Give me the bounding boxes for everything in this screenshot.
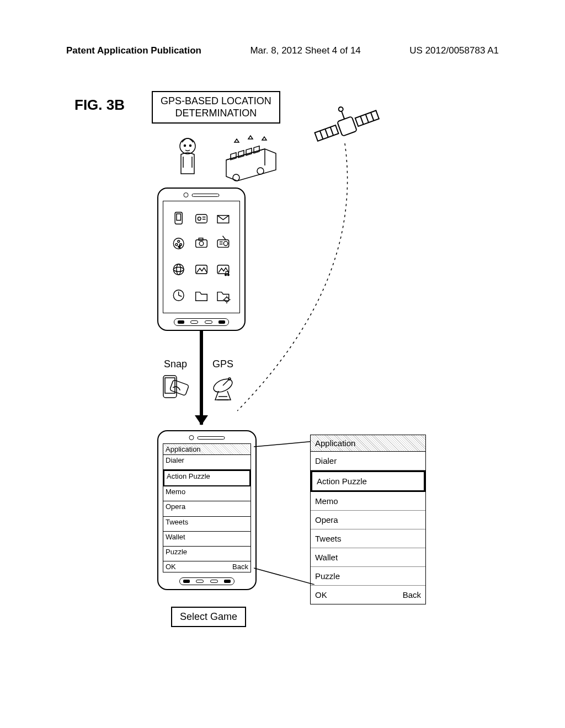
header-date-sheet: Mar. 8, 2012 Sheet 4 of 14: [250, 45, 360, 56]
phone-home-screen: [157, 188, 246, 331]
app-list-item[interactable]: Tweets: [163, 517, 250, 532]
phone-screen-app-list: Application Dialer Action Puzzle Memo Op…: [163, 443, 251, 572]
app-list-item[interactable]: Opera: [163, 501, 250, 516]
gps-label: GPS: [212, 358, 233, 370]
back-button[interactable]: Back: [403, 590, 421, 599]
svg-point-32: [199, 242, 204, 246]
flow-arrow-down: [200, 331, 203, 425]
app-list-item[interactable]: Puzzle: [311, 567, 425, 586]
diagram-title: GPS-BASED LOCATION DETERMINATION: [152, 91, 280, 124]
ok-button[interactable]: OK: [166, 563, 176, 571]
app-list-item[interactable]: Opera: [311, 511, 425, 529]
svg-point-10: [338, 106, 344, 112]
app-list-item[interactable]: Wallet: [311, 548, 425, 567]
phone-app-icon[interactable]: [175, 212, 182, 224]
app-list-item[interactable]: Dialer: [311, 452, 425, 470]
app-list-item-selected[interactable]: Action Puzzle: [163, 470, 250, 486]
gallery-app-icon[interactable]: [196, 265, 207, 274]
phone-app-list-screen: Application Dialer Action Puzzle Memo Op…: [157, 430, 257, 590]
mail-app-icon[interactable]: [217, 216, 229, 223]
svg-rect-34: [217, 240, 229, 248]
back-button[interactable]: Back: [232, 563, 248, 571]
contacts-app-icon[interactable]: [196, 215, 207, 223]
svg-point-15: [257, 168, 264, 174]
svg-line-9: [342, 111, 344, 119]
app-list-detail: Application Dialer Action Puzzle Memo Op…: [310, 435, 426, 604]
svg-point-14: [233, 174, 239, 181]
svg-point-37: [223, 242, 228, 246]
page-header: Patent Application Publication Mar. 8, 2…: [0, 45, 565, 56]
header-publication: Patent Application Publication: [66, 45, 201, 56]
app-list-header: Application: [163, 444, 250, 455]
app-list-header: Application: [311, 435, 425, 452]
svg-point-11: [180, 138, 195, 154]
detail-zoom-lines: [254, 441, 315, 585]
radio-app-icon[interactable]: [217, 236, 229, 248]
app-list-item[interactable]: Puzzle: [163, 547, 250, 561]
svg-line-63: [254, 568, 315, 585]
svg-rect-21: [177, 214, 181, 221]
phone-nav-bar: [174, 318, 229, 326]
snap-gesture-icon: [160, 372, 191, 403]
phone-earpiece: [184, 192, 220, 197]
svg-point-44: [225, 274, 227, 276]
svg-line-8: [371, 113, 374, 121]
clock-app-icon[interactable]: [173, 290, 184, 301]
ok-button[interactable]: OK: [315, 590, 327, 599]
settings-folder-icon[interactable]: [217, 292, 230, 304]
app-list-item[interactable]: Wallet: [163, 532, 250, 547]
svg-point-41: [177, 264, 181, 275]
media-app-icon[interactable]: [173, 238, 184, 249]
app-list-item[interactable]: Dialer: [163, 455, 250, 470]
snap-label: Snap: [164, 358, 187, 370]
svg-rect-55: [165, 378, 175, 393]
app-list-item[interactable]: Memo: [311, 492, 425, 511]
satellite-icon: [309, 99, 386, 154]
select-game-label: Select Game: [171, 607, 246, 627]
svg-point-23: [198, 217, 201, 221]
svg-line-2: [320, 131, 323, 139]
svg-line-6: [360, 116, 363, 125]
figure-label: FIG. 3B: [74, 97, 125, 114]
folder-icon[interactable]: [196, 292, 207, 301]
svg-point-29: [175, 244, 178, 246]
phone-nav-bar: [179, 577, 234, 585]
svg-line-62: [254, 441, 315, 447]
svg-line-38: [222, 236, 226, 240]
music-gallery-icon[interactable]: [217, 265, 229, 276]
globe-app-icon[interactable]: [173, 264, 184, 275]
person-bus-illustration: [166, 132, 287, 188]
svg-point-39: [173, 264, 184, 275]
phone-screen-top: [163, 201, 240, 313]
phone-earpiece: [189, 435, 225, 440]
svg-rect-0: [337, 116, 357, 136]
svg-point-49: [225, 297, 229, 302]
svg-rect-31: [196, 240, 207, 248]
svg-line-48: [179, 296, 182, 297]
svg-line-4: [331, 127, 333, 135]
app-list-item-selected[interactable]: Action Puzzle: [311, 470, 425, 492]
svg-point-45: [227, 274, 229, 276]
camera-app-icon[interactable]: [196, 238, 207, 248]
svg-point-13: [190, 145, 191, 147]
header-patent-number: US 2012/0058783 A1: [409, 45, 499, 56]
gps-dish-icon: [207, 372, 238, 403]
app-list-item[interactable]: Tweets: [311, 529, 425, 548]
svg-point-28: [178, 240, 180, 243]
svg-point-12: [184, 145, 186, 147]
svg-line-3: [325, 129, 328, 137]
svg-line-7: [366, 114, 369, 122]
svg-rect-33: [199, 238, 203, 240]
svg-point-40: [173, 267, 184, 272]
app-list-item[interactable]: Memo: [163, 486, 250, 501]
